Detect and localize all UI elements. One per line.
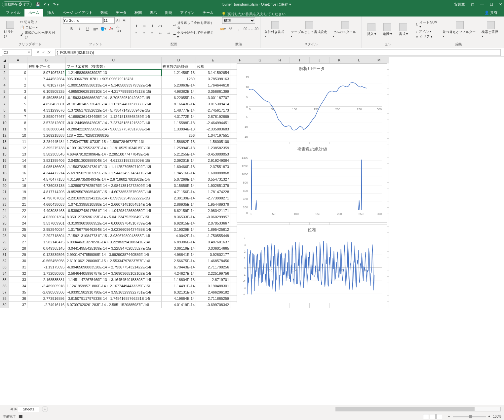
column-header[interactable]: I <box>290 57 310 63</box>
cell[interactable]: 2 <box>9 82 27 88</box>
copy-button[interactable]: 📋 コピー ▾ <box>20 25 58 30</box>
cell[interactable]: -0.92802177 <box>196 252 230 258</box>
row-header[interactable]: 37 <box>0 289 9 296</box>
cell[interactable]: 3.19029E-14 <box>162 227 196 233</box>
zoom-out-icon[interactable]: − <box>448 415 450 418</box>
cell[interactable]: 3 <box>9 88 27 95</box>
cell[interactable]: -1.15637830247391E-13 + 1.11252795597102… <box>66 164 162 170</box>
tab-formulas[interactable]: 数式 <box>97 9 112 17</box>
row-header[interactable]: 24 <box>0 208 9 214</box>
cell[interactable]: 4.858403601 <box>27 101 66 107</box>
tab-data[interactable]: データ <box>112 9 131 17</box>
cell[interactable]: 3.582305545 <box>27 151 66 158</box>
cell[interactable]: 4.71156E-14 <box>162 189 196 195</box>
cell[interactable]: 4.403088463 <box>27 208 66 214</box>
cell[interactable]: 3.06119E-14 <box>162 245 196 252</box>
redo-icon[interactable]: ↷ ▾ <box>53 2 59 7</box>
cell[interactable]: 30 <box>9 258 27 264</box>
chart-2[interactable]: 複素数の絶対値 1400120010008006004002000 050100… <box>237 144 387 223</box>
wrap-text-button[interactable]: ↩ 折り返して全体を表示する <box>173 20 214 30</box>
cell[interactable]: 7 <box>9 114 27 120</box>
align-middle-icon[interactable]: ⬌ <box>141 23 147 29</box>
cell[interactable]: 1.58682E-13 <box>162 139 196 145</box>
cell[interactable]: -9.01244986842603E-14 - 7.23745185121532… <box>66 120 162 126</box>
cell[interactable]: 1280 <box>162 76 196 82</box>
cell[interactable]: 1.56005106 <box>196 139 230 145</box>
format-cells-button[interactable]: 書式 ▾ <box>396 22 410 37</box>
font-color-icon[interactable]: A▾ <box>108 26 114 32</box>
row-header[interactable]: 5 <box>0 88 9 95</box>
cell[interactable]: 29 <box>9 252 27 258</box>
row-header[interactable]: 6 <box>0 95 9 101</box>
cell[interactable]: 1.18804E-13 <box>162 277 196 283</box>
cell[interactable]: 2.61910621280686E-15 + 2.55334797823757E… <box>66 258 162 264</box>
cell[interactable]: -2.773916886 <box>27 296 66 302</box>
paste-button[interactable]: 貼り付け <box>3 20 18 39</box>
cell[interactable]: -3.04414955425189E-14 + 3.22594702053527… <box>66 245 162 252</box>
row-header[interactable]: 33 <box>0 264 9 270</box>
cell[interactable]: 4.01419E-14 <box>162 302 196 308</box>
comma-icon[interactable]: , <box>236 26 242 32</box>
cell[interactable]: -3.001187707 <box>196 95 230 101</box>
normal-view-icon[interactable] <box>423 414 429 419</box>
column-header[interactable]: E <box>196 57 230 63</box>
cell[interactable]: 0.487601637 <box>196 239 230 245</box>
cell[interactable]: 4.31199735004934E-14 + 2.67186027001561E… <box>66 176 162 183</box>
percent-icon[interactable]: % <box>228 26 234 32</box>
border-icon[interactable]: ▦▾ <box>93 26 98 32</box>
worksheet-grid[interactable]: ◢ABCDEFGHIJKLM 1解析用データフーリエ変換（複素数）複素数の絶対値… <box>0 57 504 405</box>
tell-me[interactable]: 💡 実行したい作業を入力してください <box>221 12 286 17</box>
cell[interactable]: -1.07413395810598E-14 + 2.66071481084814… <box>66 201 162 208</box>
column-header[interactable]: D <box>162 57 196 63</box>
cell[interactable]: 3.141592654 <box>196 70 230 76</box>
cell[interactable]: 26 <box>9 233 27 239</box>
cell[interactable]: 2.39139E-14 <box>162 195 196 201</box>
cell[interactable]: 1.48777E-14 <box>162 107 196 114</box>
cell[interactable]: 4.344472214 <box>27 170 66 176</box>
row-header[interactable]: 7 <box>0 101 9 107</box>
row-header[interactable]: 26 <box>0 220 9 227</box>
cell[interactable]: 28 <box>9 245 27 252</box>
user-name[interactable]: 安川章 <box>454 2 465 7</box>
cell[interactable]: 6.781027714 <box>27 82 66 88</box>
cell[interactable]: 6.70443E-14 <box>162 264 196 270</box>
merge-center-button[interactable]: ⬌ セルを結合して中央揃え ▾ <box>173 30 214 39</box>
sort-filter-button[interactable]: 並べ替えとフィルター ▾ <box>441 20 478 39</box>
column-header[interactable]: H <box>270 57 290 63</box>
column-header[interactable]: C <box>66 57 162 63</box>
cell[interactable]: 1.764644618 <box>196 82 230 88</box>
row-header[interactable]: 2 <box>0 70 9 76</box>
row-header[interactable]: 11 <box>0 126 9 132</box>
cell[interactable]: 1.12419599571806E-14 + 2.16774494433235E… <box>66 283 162 289</box>
tab-review[interactable]: 校閲 <box>131 9 146 17</box>
insert-cells-button[interactable]: 挿入 ▾ <box>365 22 378 37</box>
cell[interactable]: 4 <box>9 95 27 101</box>
tab-file[interactable]: ファイル <box>2 9 24 17</box>
cell[interactable]: 3.036014665 <box>196 245 230 252</box>
cell[interactable]: 3.15656E-14 <box>162 183 196 189</box>
cell[interactable]: 4.10913672552327E-14 + 1.19105251034015E… <box>66 145 162 151</box>
align-center-icon[interactable]: ≡ <box>141 30 147 36</box>
cell[interactable]: 4.19664E-14 <box>162 296 196 302</box>
tab-dev[interactable]: 開発 <box>161 9 176 17</box>
cell[interactable]: 23 <box>9 214 27 220</box>
cell[interactable]: -2.23163391294212E-14 - 8.59398254992222… <box>66 195 162 201</box>
cell[interactable]: 2.8719701 <box>196 277 230 283</box>
cell[interactable]: -2.690569586 <box>27 289 66 296</box>
cell[interactable]: -2.773998271 <box>196 195 230 201</box>
row-header[interactable]: 38 <box>0 296 9 302</box>
undo-icon[interactable]: ↶ ▾ <box>44 2 50 7</box>
cell[interactable]: 5.07269E-14 <box>162 176 196 183</box>
cell[interactable]: 1.33994E-13 <box>162 126 196 132</box>
macro-record-icon[interactable]: ⬛ <box>19 415 22 418</box>
zoom-in-icon[interactable]: + <box>488 415 490 418</box>
row-header[interactable]: 8 <box>0 107 9 114</box>
cell[interactable]: 5.21255E-14 <box>162 151 196 158</box>
cell[interactable]: 5.23863E-14 <box>162 82 196 88</box>
autosave-toggle[interactable]: 自動保存 ⏻ オフ <box>2 1 32 7</box>
add-sheet-button[interactable]: + <box>42 406 48 412</box>
cell[interactable]: 1.14491E-14 <box>162 283 196 289</box>
cell[interactable]: -8.10140146572643E-14 + 1.02854460098668… <box>66 101 162 107</box>
cell[interactable]: -0.453800053 <box>196 151 230 158</box>
horizontal-scrollbar[interactable] <box>335 407 501 411</box>
